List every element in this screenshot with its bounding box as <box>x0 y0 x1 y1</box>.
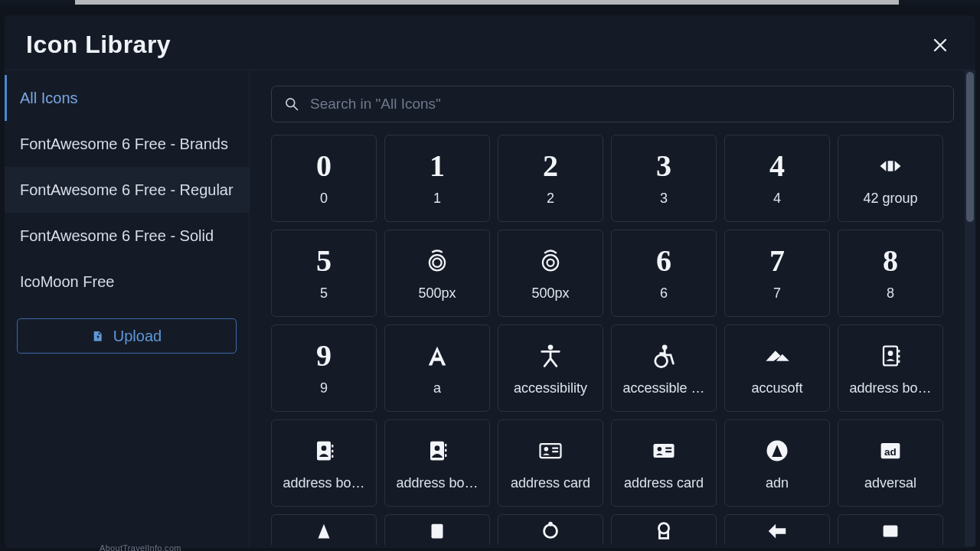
icon-card[interactable] <box>384 514 490 545</box>
sidebar-item-icomoon[interactable]: IcoMoon Free <box>5 259 249 305</box>
glyph-text: 7 <box>769 244 785 278</box>
icon-card[interactable]: 99 <box>271 324 377 412</box>
scrollbar[interactable] <box>965 70 975 546</box>
icon-label: 0 <box>320 191 328 207</box>
partial-5-icon <box>766 520 789 543</box>
main-panel: 001122334442 group55500px500px66778899aa… <box>250 70 975 548</box>
icon-card[interactable]: 33 <box>611 135 717 222</box>
icon-card[interactable]: address bo… <box>271 419 377 507</box>
icon-card[interactable]: 44 <box>724 135 830 222</box>
icon-label: address bo… <box>396 475 478 491</box>
icon-label: 5 <box>320 285 328 302</box>
icon-label: 6 <box>660 285 668 302</box>
address-book-icon <box>877 339 904 373</box>
icon-card[interactable] <box>271 514 377 545</box>
icon-label: 8 <box>887 285 894 302</box>
sidebar-item-label: IcoMoon Free <box>20 273 114 291</box>
sidebar-item-label: FontAwesome 6 Free - Regular <box>20 181 234 199</box>
500px-b-icon <box>537 244 564 278</box>
icon-card[interactable]: accusoft <box>724 324 830 412</box>
sidebar-item-label: FontAwesome 6 Free - Brands <box>20 135 228 153</box>
sidebar-item-all-icons[interactable]: All Icons <box>5 75 249 121</box>
icon-library-modal: Icon Library All Icons FontAwesome 6 Fre… <box>5 15 975 548</box>
glyph-text: 9 <box>316 339 332 373</box>
glyph-text: 2 <box>543 149 558 183</box>
icon-card[interactable]: 88 <box>838 230 943 317</box>
icon-card[interactable]: 00 <box>271 135 377 222</box>
icon-label: 3 <box>660 191 668 207</box>
search-input[interactable] <box>310 96 941 112</box>
svg-point-25 <box>544 446 549 451</box>
icon-card[interactable]: address card <box>498 419 603 507</box>
icon-label: accessible … <box>622 380 704 396</box>
address-card-solid-icon <box>650 434 678 468</box>
icon-label: accusoft <box>751 380 802 396</box>
icon-card[interactable]: accessibility <box>498 324 603 412</box>
icon-card[interactable]: accessible … <box>611 324 717 412</box>
address-card-icon <box>537 434 564 468</box>
icon-label: 2 <box>547 191 554 207</box>
icon-card[interactable]: 11 <box>384 135 490 222</box>
icon-card[interactable]: a <box>384 324 490 412</box>
scrollbar-thumb[interactable] <box>966 72 974 222</box>
svg-rect-39 <box>884 525 898 536</box>
svg-point-15 <box>322 445 327 451</box>
icon-card[interactable] <box>611 514 717 545</box>
icon-label: accessibility <box>514 380 587 396</box>
svg-point-6 <box>548 344 554 350</box>
icon-label: address card <box>624 475 704 491</box>
svg-point-36 <box>544 524 557 537</box>
sidebar-item-fa-solid[interactable]: FontAwesome 6 Free - Solid <box>5 213 249 259</box>
partial-6-icon <box>879 520 902 543</box>
icon-label: 500px <box>531 285 569 302</box>
svg-point-10 <box>888 350 893 356</box>
icon-label: 7 <box>773 285 781 302</box>
background-peek-text: AboutTravelInfo.com <box>100 543 181 551</box>
icon-card[interactable]: adadversal <box>838 419 943 507</box>
sidebar-item-label: All Icons <box>20 90 78 107</box>
page-title: Icon Library <box>26 31 171 59</box>
glyph-text: 4 <box>769 149 785 183</box>
icon-label: address bo… <box>283 475 364 491</box>
glyph-text: 1 <box>430 149 445 183</box>
icon-card[interactable]: address bo… <box>384 419 490 507</box>
accessible-icon-icon <box>650 339 678 373</box>
icon-label: 42 group <box>863 191 917 207</box>
address-book-alt-icon <box>423 434 451 468</box>
search-box[interactable] <box>271 86 954 122</box>
close-button[interactable] <box>926 31 954 59</box>
icon-label: 500px <box>418 285 456 302</box>
sidebar-item-fa-regular[interactable]: FontAwesome 6 Free - Regular <box>5 167 249 213</box>
icon-card[interactable]: 55 <box>271 230 377 317</box>
adn-icon <box>763 434 791 468</box>
42group-icon <box>877 149 904 183</box>
icon-card[interactable]: address card <box>611 419 717 507</box>
icon-card[interactable]: adn <box>724 419 830 507</box>
icon-card[interactable]: 42 group <box>838 135 943 222</box>
icon-card[interactable]: 66 <box>611 230 717 317</box>
icon-card[interactable]: address bo… <box>838 324 943 412</box>
partial-4-icon <box>652 520 675 543</box>
icon-label: 9 <box>320 380 328 396</box>
icon-card[interactable]: 22 <box>498 135 603 222</box>
upload-label: Upload <box>113 328 162 345</box>
sidebar: All Icons FontAwesome 6 Free - Brands Fo… <box>5 70 250 548</box>
icon-card[interactable] <box>498 514 603 545</box>
svg-point-29 <box>658 446 662 451</box>
upload-button[interactable]: Upload <box>17 318 237 354</box>
app-chrome-square <box>24 0 43 5</box>
icon-card[interactable]: 77 <box>724 230 830 317</box>
icon-card[interactable]: 500px <box>384 230 490 317</box>
icon-card[interactable]: 500px <box>498 230 603 317</box>
adversal-icon: ad <box>877 434 904 468</box>
accusoft-icon <box>763 339 791 373</box>
partial-1-icon <box>312 520 335 543</box>
icon-card[interactable] <box>838 514 943 545</box>
svg-point-8 <box>655 354 668 367</box>
upload-icon <box>92 330 104 342</box>
partial-3-icon <box>539 520 562 543</box>
sidebar-item-fa-brands[interactable]: FontAwesome 6 Free - Brands <box>5 121 249 167</box>
glyph-text: 3 <box>656 149 671 183</box>
icon-card[interactable] <box>724 514 830 545</box>
glyph-text: 5 <box>316 244 332 278</box>
